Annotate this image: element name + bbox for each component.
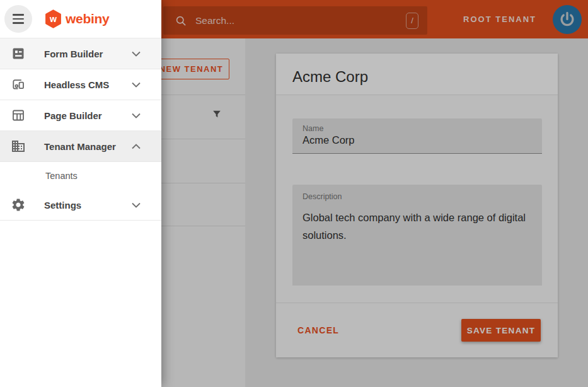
svg-text:w: w [49,14,57,24]
sidebar-item-tenants[interactable]: Tenants [0,162,161,190]
tenant-manager-icon [11,139,26,154]
sidebar-item-tenant-manager[interactable]: Tenant Manager [0,131,161,162]
navigation-drawer: w webiny Form Builder Headless CMS [0,0,161,387]
form-builder-icon [11,46,26,61]
page-builder-icon [11,108,26,123]
hamburger-menu-button[interactable] [4,5,32,33]
chevron-up-icon [132,144,141,149]
settings-icon [11,197,26,212]
chevron-down-icon [132,202,141,208]
chevron-down-icon [132,82,141,88]
webiny-logo[interactable]: w webiny [45,9,109,28]
app-screen: / ROOT TENANT NEW TENANT Acme Corp Name [0,0,588,387]
drawer-header: w webiny [0,0,161,38]
sidebar-item-page-builder[interactable]: Page Builder [0,100,161,131]
sidebar-item-headless-cms[interactable]: Headless CMS [0,69,161,100]
webiny-hexagon-icon: w [45,9,62,28]
webiny-wordmark: webiny [66,11,109,26]
hamburger-icon [13,14,24,15]
chevron-down-icon [132,51,141,57]
sidebar-item-settings[interactable]: Settings [0,190,161,221]
headless-cms-icon [11,77,26,92]
chevron-down-icon [132,113,141,118]
sidebar-item-form-builder[interactable]: Form Builder [0,38,161,69]
